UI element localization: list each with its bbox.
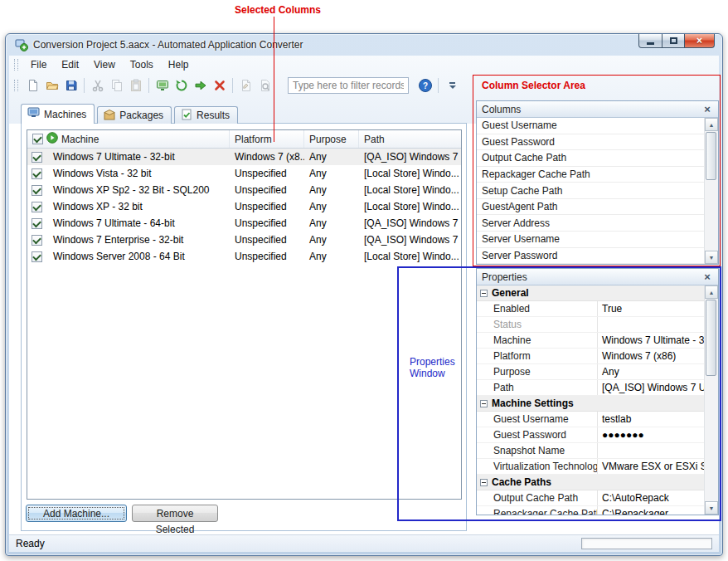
scroll-down-icon[interactable]: ▼ [705, 501, 718, 515]
property-value[interactable]: C:\AutoRepack [598, 492, 704, 504]
column-item[interactable]: Setup Cache Path [477, 183, 704, 199]
property-value[interactable]: True [598, 303, 704, 315]
toolbar-overflow-button[interactable] [446, 76, 459, 95]
collapse-icon[interactable] [480, 290, 488, 297]
machine-row[interactable]: Windows 7 Enterprise - 32-bitUnspecified… [27, 232, 461, 248]
columns-scrollbar[interactable]: ▲ ▼ [704, 118, 718, 264]
column-item[interactable]: Server Password [477, 248, 704, 265]
new-project-icon[interactable] [23, 76, 42, 95]
tab-results[interactable]: Results [174, 106, 238, 124]
paste-icon[interactable] [126, 76, 145, 95]
close-icon[interactable]: × [701, 104, 713, 115]
property-group-row[interactable]: Cache Paths [477, 475, 704, 490]
scrollbar-thumb[interactable] [706, 132, 716, 180]
property-group-row[interactable]: General [477, 285, 704, 301]
property-row[interactable]: Output Cache PathC:\AutoRepack [477, 490, 704, 506]
view-log-icon[interactable] [255, 76, 274, 95]
column-header-purpose[interactable]: Purpose [304, 130, 359, 148]
column-header-machine[interactable]: Machine [27, 130, 230, 148]
row-checkbox[interactable] [32, 251, 42, 262]
properties-panel-header[interactable]: Properties × [477, 269, 718, 285]
column-item[interactable]: Guest Username [477, 118, 704, 134]
scroll-up-icon[interactable]: ▲ [705, 118, 718, 131]
machine-row[interactable]: Windows 7 Ultimate - 64-bitUnspecifiedAn… [27, 215, 461, 232]
machine-icon[interactable] [153, 76, 172, 95]
tab-packages[interactable]: Packages [97, 106, 172, 124]
add-machine-button[interactable]: Add Machine... [26, 505, 127, 522]
property-row[interactable]: PurposeAny [477, 364, 704, 380]
scrollbar-thumb[interactable] [706, 300, 716, 376]
property-value[interactable]: [QA_ISO] Windows 7 Ul [598, 382, 704, 393]
new-package-icon[interactable] [236, 76, 255, 95]
property-value[interactable]: C:\Repackager [598, 508, 704, 515]
property-row[interactable]: Virtualization TechnologVMware ESX or ES… [477, 459, 704, 475]
select-all-checkbox[interactable] [32, 134, 43, 144]
property-value[interactable]: ●●●●●●● [598, 429, 704, 441]
menu-tools[interactable]: Tools [123, 56, 161, 73]
column-header-platform[interactable]: Platform [230, 130, 304, 148]
row-checkbox[interactable] [32, 152, 42, 163]
copy-icon[interactable] [107, 76, 126, 95]
menubar-grip-handle[interactable] [14, 59, 18, 71]
close-icon[interactable]: × [701, 271, 713, 283]
property-row[interactable]: Status [477, 317, 704, 333]
help-button[interactable]: ? [415, 76, 434, 95]
run-conversion-icon[interactable] [191, 76, 210, 95]
row-checkbox[interactable] [32, 202, 42, 212]
machine-row[interactable]: Windows 7 Ultimate - 32-bitWindows 7 (x8… [27, 149, 461, 165]
properties-scrollbar[interactable]: ▲ ▼ [704, 285, 718, 515]
minimize-button[interactable] [638, 34, 662, 48]
column-item[interactable]: GuestAgent Path [477, 199, 704, 216]
machine-row[interactable]: Windows XP Sp2 - 32 Bit - SQL200Unspecif… [27, 182, 461, 198]
property-row[interactable]: MachineWindows 7 Ultimate - 3 [477, 333, 704, 349]
scroll-down-icon[interactable]: ▼ [705, 251, 718, 264]
property-row[interactable]: Repackager Cache PathC:\Repackager [477, 506, 704, 515]
toolbar-grip-handle[interactable] [14, 80, 18, 91]
column-item[interactable]: Output Cache Path [477, 150, 704, 167]
menu-file[interactable]: File [23, 56, 54, 73]
property-group-row[interactable]: Machine Settings [477, 396, 704, 412]
property-row[interactable]: Snapshot Name [477, 443, 704, 459]
property-row[interactable]: PlatformWindows 7 (x86) [477, 349, 704, 364]
property-value[interactable]: Windows 7 Ultimate - 3 [598, 334, 704, 346]
grid-body: Windows 7 Ultimate - 32-bitWindows 7 (x8… [27, 149, 461, 265]
collapse-icon[interactable] [480, 400, 488, 407]
property-row[interactable]: Guest Usernametestlab [477, 412, 704, 427]
property-value[interactable]: testlab [598, 413, 704, 425]
column-item[interactable]: Guest Password [477, 134, 704, 151]
property-value[interactable]: VMware ESX or ESXi Ser [598, 461, 704, 472]
close-button[interactable]: × [685, 34, 715, 48]
machine-row[interactable]: Windows XP - 32 bitUnspecifiedAny[Local … [27, 198, 461, 215]
column-item[interactable]: Server Address [477, 215, 704, 232]
cut-icon[interactable] [88, 76, 107, 95]
scroll-up-icon[interactable]: ▲ [705, 285, 718, 299]
refresh-icon[interactable] [172, 76, 191, 95]
save-project-icon[interactable] [61, 76, 80, 95]
column-item[interactable]: Server Username [477, 232, 704, 248]
title-bar[interactable]: Conversion Project 5.aacx - Automated Ap… [6, 34, 722, 56]
row-checkbox[interactable] [32, 235, 42, 246]
filter-records-input[interactable] [288, 77, 409, 94]
row-checkbox[interactable] [32, 168, 42, 179]
column-item[interactable]: Repackager Cache Path [477, 167, 704, 183]
menu-view[interactable]: View [86, 56, 123, 73]
property-value[interactable]: Windows 7 (x86) [598, 350, 704, 362]
collapse-icon[interactable] [480, 479, 488, 486]
remove-selected-button[interactable]: Remove Selected [132, 505, 218, 522]
open-project-icon[interactable] [42, 76, 61, 95]
columns-panel-header[interactable]: Columns × [477, 101, 718, 118]
row-checkbox[interactable] [32, 218, 42, 229]
column-header-path[interactable]: Path [359, 130, 461, 148]
menu-edit[interactable]: Edit [54, 56, 86, 73]
property-row[interactable]: Guest Password●●●●●●● [477, 427, 704, 443]
property-row[interactable]: Path[QA_ISO] Windows 7 Ul [477, 380, 704, 396]
property-value[interactable]: Any [598, 366, 704, 378]
machine-row[interactable]: Windows Vista - 32 bitUnspecifiedAny[Loc… [27, 165, 461, 182]
row-checkbox[interactable] [32, 185, 42, 196]
property-row[interactable]: EnabledTrue [477, 301, 704, 317]
menu-help[interactable]: Help [161, 56, 197, 73]
tab-machines[interactable]: Machines [21, 104, 95, 124]
delete-icon[interactable] [210, 76, 229, 95]
maximize-button[interactable] [662, 34, 685, 48]
machine-row[interactable]: Windows Server 2008 - 64 BitUnspecifiedA… [27, 248, 461, 265]
